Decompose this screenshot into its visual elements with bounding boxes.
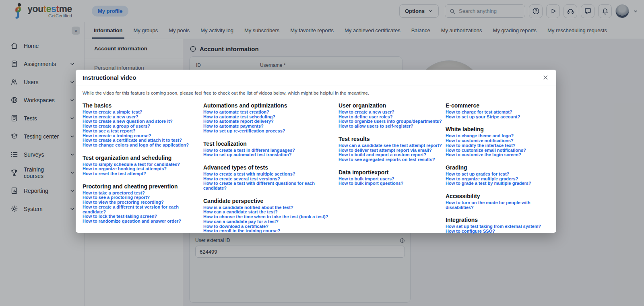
video-section-heading: Test organization and scheduling [83, 155, 198, 161]
video-section-heading: The basics [83, 102, 198, 109]
video-link[interactable]: How to see a test report? [83, 129, 198, 134]
app-root: youtestme GetCertified My profile Option… [0, 0, 644, 306]
video-section-heading: Proctoring and cheating prevention [83, 183, 198, 190]
video-link[interactable]: How to create a test with multiple secti… [203, 172, 334, 177]
video-link[interactable]: How to enroll in the training course? [203, 229, 334, 234]
video-link[interactable]: How to reset the test attempt? [83, 172, 198, 176]
video-link[interactable]: How to see agregated reports on test res… [339, 157, 442, 162]
video-link-column: The basicsHow to create a simple test?Ho… [83, 95, 203, 234]
video-link[interactable]: How to automate test creation? [203, 110, 334, 115]
video-link[interactable]: How to set up automated test translation… [203, 153, 334, 157]
video-link-columns: The basicsHow to create a simple test?Ho… [76, 95, 556, 240]
video-link[interactable]: How to grade a test by multiple graders? [446, 181, 547, 186]
video-section-heading: Accessibility [446, 193, 547, 199]
video-link-column: E-commerceHow to charge for test attempt… [446, 95, 549, 234]
video-section-heading: E-commerce [446, 102, 547, 109]
video-link[interactable]: How to bulk import questions? [339, 181, 442, 186]
video-section-heading: Test results [339, 136, 442, 142]
video-link[interactable]: How to set up grades for test? [446, 172, 547, 177]
modal-close-button[interactable] [542, 74, 549, 81]
video-link[interactable]: How can a candidate see the test attempt… [339, 143, 442, 148]
video-section-heading: Data import/export [339, 169, 442, 176]
video-link[interactable]: How to customize the login screen? [446, 153, 547, 157]
video-link[interactable]: How to change colors and logo of the app… [83, 143, 198, 148]
video-link[interactable]: How can a candidate pay for a test? [203, 219, 334, 224]
video-link[interactable]: How to create a new user? [339, 110, 442, 115]
instructional-video-modal: Instructional video While the video for … [76, 70, 556, 233]
video-link-column: User organizationHow to create a new use… [339, 95, 446, 234]
video-section-heading: Candidate perspective [203, 198, 334, 204]
video-link[interactable]: How to create a test with different ques… [203, 181, 334, 190]
video-link[interactable]: How to set up your Stripe account? [446, 115, 547, 120]
video-section-heading: Test localization [203, 141, 334, 147]
video-section-heading: Advanced types of tests [203, 164, 334, 171]
video-link[interactable]: How to set up re-certification process? [203, 129, 334, 134]
video-link-column: Automations and optimizationsHow to auto… [203, 95, 339, 234]
video-section-heading: Integrations [446, 217, 547, 223]
modal-title: Instructional video [83, 74, 136, 81]
video-link[interactable]: How to charge for test attempt? [446, 110, 547, 115]
video-link[interactable]: How to configure SSO? [446, 229, 547, 234]
modal-intro-text: While the video for this feature is comi… [76, 85, 556, 95]
video-section-heading: Grading [446, 164, 547, 171]
video-link[interactable]: How to randomize question and answer ord… [83, 219, 198, 224]
close-icon [543, 74, 549, 81]
video-link[interactable]: How to create a simple test? [83, 110, 198, 115]
video-section-heading: Automations and optimizations [203, 102, 334, 109]
video-link[interactable]: How to turn on the mode for people with … [446, 201, 547, 210]
video-link[interactable]: How to allow users to self-register? [339, 124, 442, 129]
video-link[interactable]: How to modify the interface text? [446, 143, 547, 148]
video-section-heading: White labeling [446, 126, 547, 132]
video-section-heading: User organization [339, 102, 442, 109]
video-link[interactable]: How to create a different test version f… [83, 205, 198, 214]
